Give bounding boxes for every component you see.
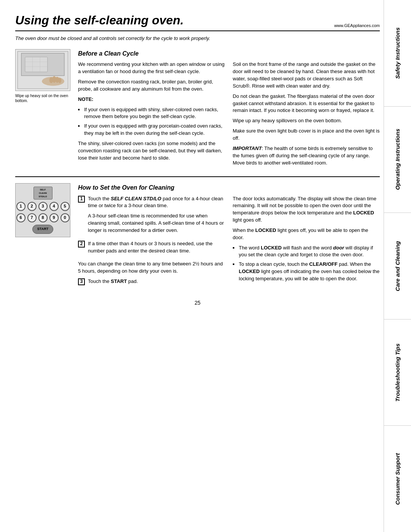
step-2-text: If a time other than 4 hours or 3 hours … [88,240,225,255]
before-col2-p4: Make sure the oven light bulb cover is i… [233,128,380,142]
key-8: 8 [38,213,48,222]
step-2: 2 If a time other than 4 hours or 3 hour… [78,240,225,258]
how-to-set-columns: 1 Touch the SELF CLEAN STD/LO pad once f… [78,195,380,291]
svg-rect-2 [25,57,48,72]
before-p3: The shiny, silver-colored oven racks (on… [78,140,225,162]
step-number-1: 1 [78,196,85,203]
before-p1: We recommend venting your kitchen with a… [78,61,225,75]
keypad-row-1: 1 2 3 4 5 [16,202,70,211]
how-to-set-col2: The door locks automatically. The displa… [233,195,380,291]
step-3-prefix: Touch the [88,278,111,284]
sidebar-care-label: Care and Cleaning [393,241,402,291]
how-to-set-heading: How to Set the Oven for Cleaning [78,183,380,192]
bottom-section: SELF CLEAN STD/LO 1 2 3 4 5 6 7 8 [15,183,380,291]
key-0: 0 [61,213,70,222]
before-col2-p5: IMPORTANT: The health of some birds is e… [233,145,380,167]
bottom-right-col: How to Set the Oven for Cleaning 1 Touch… [78,183,380,291]
sidebar-consumer: Consumer Support [384,426,411,532]
note-label: NOTE: [78,96,225,103]
note-item-1: If your oven is equipped with shiny, sil… [78,106,225,121]
step-3-suffix: pad. [127,278,138,284]
step-1: 1 Touch the SELF CLEAN STD/LO pad once f… [78,195,225,237]
key-1: 1 [16,202,25,211]
step-number-2: 2 [78,241,85,248]
bottom-left-col: SELF CLEAN STD/LO 1 2 3 4 5 6 7 8 [15,183,78,291]
before-p2: Remove the convection roasting rack, bro… [78,78,225,93]
col2-p2-prefix: When the [233,227,255,233]
sidebar-operating-label: Operating Instructions [393,129,402,190]
important-label: IMPORTANT [233,145,262,151]
before-col2-p2: Do not clean the gasket. The fiberglass … [233,93,380,115]
key-7: 7 [27,213,37,222]
start-button-display: START [32,225,53,233]
right-sidebar: Safety Instructions Operating Instructio… [384,0,411,532]
key-2: 2 [27,202,37,211]
section-divider [15,176,380,177]
svg-point-11 [58,78,61,83]
key-5: 5 [61,202,70,211]
col2-p2: When the LOCKED light goes off, you will… [233,227,380,241]
key-3: 3 [38,202,48,211]
note-list: If your oven is equipped with shiny, sil… [78,106,225,137]
col2-p1-suffix: light goes off. [233,217,262,223]
page-number: 25 [15,299,380,307]
before-col2-p1: Soil on the front frame of the range and… [233,61,380,89]
before-clean-col1: We recommend venting your kitchen with a… [78,61,225,169]
change-time-text: You can change the clean time to any tim… [78,260,225,275]
step-3-text: Touch the START pad. [88,278,225,285]
before-clean-columns: We recommend venting your kitchen with a… [78,61,380,169]
step-2-content: If a time other than 4 hours or 3 hours … [88,240,225,258]
col2-locked-1: LOCKED [353,210,374,216]
step-3-bold: START [111,278,127,284]
step-1-content: Touch the SELF CLEAN STD/LO pad once for… [88,195,225,237]
page-subtitle: The oven door must be closed and all con… [15,35,380,42]
before-col2-p3: Wipe up any heavy spillovers on the oven… [233,117,380,125]
col2-locked-2: LOCKED [255,227,276,233]
sidebar-troubleshooting-label: Troubleshooting Tips [393,343,402,402]
step-3: 3 Touch the START pad. [78,278,225,288]
right-column: Before a Clean Cycle We recommend ventin… [78,49,380,169]
keypad-row-2: 6 7 8 9 0 [16,213,70,222]
page-title: Using the self-cleaning oven. [15,11,184,29]
key-6: 6 [16,213,25,222]
left-column: Wipe up heavy soil on the oven bottom. [15,49,78,169]
before-clean-col2: Soil on the front frame of the range and… [233,61,380,169]
step-1-bold: SELF CLEAN STD/LO [111,196,161,201]
bullet-1: The word LOCKED will flash and the word … [233,244,380,259]
self-clean-button-display: SELF CLEAN STD/LO [33,187,53,200]
sidebar-safety: Safety Instructions [384,0,411,107]
note-item-2: If your oven is equipped with gray porce… [78,123,225,137]
image-caption: Wipe up heavy soil on the oven bottom. [15,93,72,103]
sidebar-consumer-label: Consumer Support [393,453,402,505]
oven-image [15,49,70,91]
website-url: www.GEAppliances.com [334,23,380,29]
sidebar-troubleshooting: Troubleshooting Tips [384,320,411,426]
sidebar-safety-label: Safety Instructions [393,27,402,79]
keypad-image: SELF CLEAN STD/LO 1 2 3 4 5 6 7 8 [15,183,70,237]
sidebar-care: Care and Cleaning [384,213,411,320]
step-1-subtext: A 3-hour self-clean time is recommended … [88,212,225,234]
page-header: Using the self-cleaning oven. www.GEAppl… [15,11,380,31]
before-clean-heading: Before a Clean Cycle [78,49,380,58]
key-4: 4 [49,202,59,211]
col2-bullet-list: The word LOCKED will flash and the word … [233,244,380,283]
sidebar-operating: Operating Instructions [384,107,411,213]
top-section: Wipe up heavy soil on the oven bottom. B… [15,49,380,169]
step-3-content: Touch the START pad. [88,278,225,288]
step-1-text: Touch the SELF CLEAN STD/LO pad once for… [88,195,225,210]
key-9: 9 [49,213,59,222]
col2-p1: The door locks automatically. The displa… [233,195,380,224]
step-number-3: 3 [78,278,85,285]
how-to-set-col1: 1 Touch the SELF CLEAN STD/LO pad once f… [78,195,225,291]
bullet-2: To stop a clean cycle, touch the CLEAR/O… [233,261,380,283]
step-1-prefix: Touch the [88,196,111,201]
